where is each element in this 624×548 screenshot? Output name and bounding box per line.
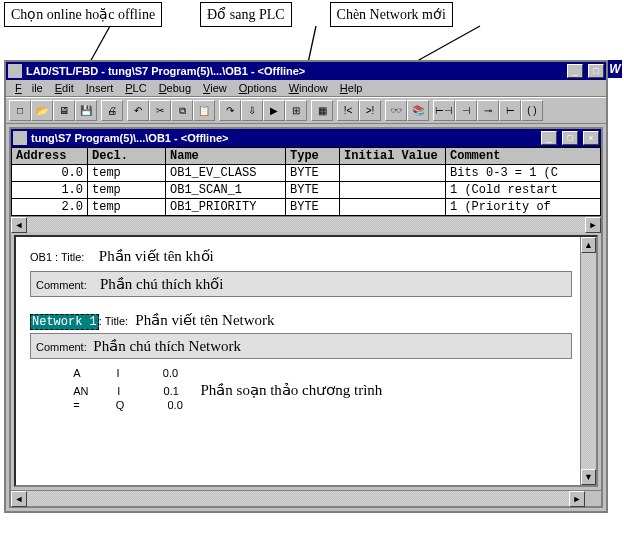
th-comment: Comment (446, 148, 601, 165)
network-title-text[interactable]: Phần viết tên Network (135, 312, 274, 328)
copy-button[interactable]: ⧉ (171, 100, 193, 121)
prev-err-button[interactable]: !< (337, 100, 359, 121)
menu-help[interactable]: Help (335, 81, 368, 95)
monitor-button[interactable]: 👓 (385, 100, 407, 121)
contact-nc-button[interactable]: ⊣ (455, 100, 477, 121)
main-title-text: LAD/STL/FBD - tung\S7 Program(5)\...\OB1… (26, 65, 562, 77)
declaration-table: Address Decl. Name Type Initial Value Co… (11, 147, 601, 216)
editor-hscrollbar[interactable]: ◄ ► (11, 490, 601, 506)
menu-debug[interactable]: Debug (154, 81, 196, 95)
menu-plc[interactable]: PLC (120, 81, 151, 95)
child-close-button[interactable]: × (583, 131, 599, 145)
branch-open-button[interactable]: ⊢ (499, 100, 521, 121)
th-address: Address (12, 148, 88, 165)
minimize-button[interactable]: _ (567, 64, 583, 78)
app-icon (8, 64, 22, 78)
menu-insert[interactable]: Insert (81, 81, 119, 95)
toolbar: □ 📂 🖥 💾 🖨 ↶ ✂ ⧉ 📋 ↷ ⇩ ▶ ⊞ ▦ !< >! 👓 📚 ⊢⊣… (6, 97, 606, 124)
ob-comment-box[interactable]: Comment: Phần chú thích khối (30, 271, 572, 297)
stl-annotation: Phần soạn thảo chương trình (201, 382, 383, 398)
catalog-button[interactable]: 📚 (407, 100, 429, 121)
scroll-left-icon[interactable]: ◄ (11, 491, 27, 507)
next-err-button[interactable]: >! (359, 100, 381, 121)
menu-options[interactable]: Options (234, 81, 282, 95)
redo-button[interactable]: ↷ (219, 100, 241, 121)
scroll-left-icon[interactable]: ◄ (11, 217, 27, 233)
print-button[interactable]: 🖨 (101, 100, 123, 121)
child-window: tung\S7 Program(5)\...\OB1 - <Offline> _… (9, 127, 603, 508)
th-decl: Decl. (88, 148, 166, 165)
scroll-down-icon[interactable]: ▼ (581, 469, 596, 485)
scroll-up-icon[interactable]: ▲ (581, 237, 596, 253)
contact-no-button[interactable]: ⊢⊣ (433, 100, 455, 121)
callout-download-plc: Đổ sang PLC (200, 2, 291, 27)
menubar: File Edit Insert PLC Debug View Options … (6, 80, 606, 97)
scroll-right-icon[interactable]: ► (585, 217, 601, 233)
network-title-line: Network 1: Title: Phần viết tên Network (30, 311, 572, 329)
new-button[interactable]: □ (9, 100, 31, 121)
insert-network-button[interactable]: ⊞ (285, 100, 307, 121)
maximize-button[interactable]: □ (588, 64, 604, 78)
undo-button[interactable]: ↶ (127, 100, 149, 121)
callout-online-offline: Chọn online hoặc offline (4, 2, 162, 27)
child-title-text: tung\S7 Program(5)\...\OB1 - <Offline> (31, 132, 536, 144)
editor-vscrollbar[interactable]: ▲ ▼ (580, 237, 596, 485)
table-row[interactable]: 0.0tempOB1_EV_CLASSBYTEBits 0-3 = 1 (C (12, 165, 601, 182)
code-editor-content[interactable]: OB1 : Title: Phần viết tên khối Comment:… (16, 237, 580, 485)
scrollbar-corner (585, 491, 601, 506)
code-editor: OB1 : Title: Phần viết tên khối Comment:… (14, 235, 598, 487)
paste-button[interactable]: 📋 (193, 100, 215, 121)
coil-button[interactable]: ⊸ (477, 100, 499, 121)
branch-close-button[interactable]: ( ) (521, 100, 543, 121)
online-toggle-button[interactable]: 🖥 (53, 100, 75, 121)
network-comment-text: Phần chú thích Network (93, 338, 241, 354)
cut-button[interactable]: ✂ (149, 100, 171, 121)
stl-code[interactable]: A I 0.0 AN I 0.1 Phần soạn thảo chương t… (30, 367, 572, 413)
app-window: LAD/STL/FBD - tung\S7 Program(5)\...\OB1… (4, 60, 608, 513)
network-comment-box[interactable]: Comment: Phần chú thích Network (30, 333, 572, 359)
table-header-row: Address Decl. Name Type Initial Value Co… (12, 148, 601, 165)
th-type: Type (286, 148, 340, 165)
table-hscrollbar[interactable]: ◄ ► (11, 216, 601, 232)
block-button[interactable]: ▦ (311, 100, 333, 121)
table-row[interactable]: 1.0tempOB1_SCAN_1BYTE1 (Cold restart (12, 182, 601, 199)
menu-edit[interactable]: Edit (50, 81, 79, 95)
download-plc-button[interactable]: ⇩ (241, 100, 263, 121)
scroll-right-icon[interactable]: ► (569, 491, 585, 507)
th-init: Initial Value (340, 148, 446, 165)
network-label[interactable]: Network 1 (30, 314, 99, 330)
ob-title-text[interactable]: Phần viết tên khối (99, 248, 214, 264)
menu-window[interactable]: Window (284, 81, 333, 95)
menu-file[interactable]: File (10, 81, 48, 95)
callout-insert-network: Chèn Network mới (330, 2, 453, 27)
open-button[interactable]: 📂 (31, 100, 53, 121)
child-minimize-button[interactable]: _ (541, 131, 557, 145)
ob-title-line: OB1 : Title: Phần viết tên khối (30, 247, 572, 265)
main-titlebar: LAD/STL/FBD - tung\S7 Program(5)\...\OB1… (6, 62, 606, 80)
save-button[interactable]: 💾 (75, 100, 97, 121)
table-row[interactable]: 2.0tempOB1_PRIORITYBYTE1 (Priority of (12, 199, 601, 216)
child-titlebar: tung\S7 Program(5)\...\OB1 - <Offline> _… (11, 129, 601, 147)
child-icon (13, 131, 27, 145)
th-name: Name (166, 148, 286, 165)
go-button[interactable]: ▶ (263, 100, 285, 121)
ob-comment-text: Phần chú thích khối (100, 276, 223, 292)
adjacent-window-fragment: W (608, 60, 622, 78)
menu-view[interactable]: View (198, 81, 232, 95)
child-maximize-button[interactable]: □ (562, 131, 578, 145)
